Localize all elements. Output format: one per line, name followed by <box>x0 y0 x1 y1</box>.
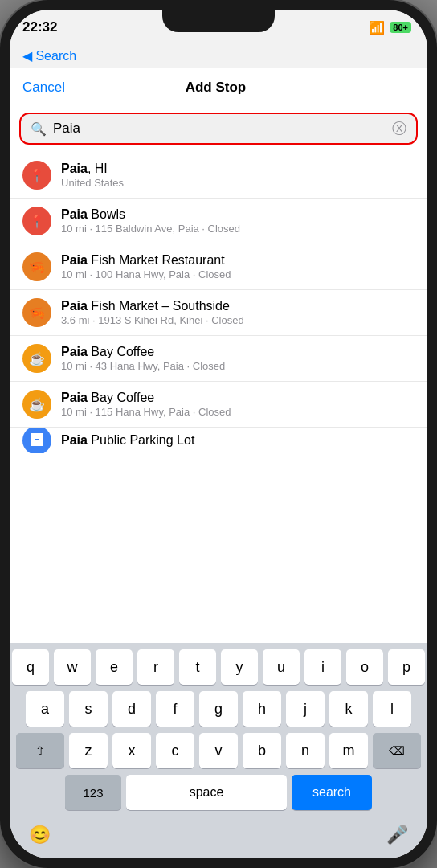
key-c[interactable]: c <box>156 733 194 768</box>
phone-frame: 22:32 📶 80+ ◀ Search Cancel Add Stop 🔍 P… <box>0 0 437 868</box>
wifi-icon: 📶 <box>369 20 385 35</box>
list-item[interactable]: ☕Paia Bay Coffee10 mi · 43 Hana Hwy, Pai… <box>10 336 427 382</box>
result-icon: 🦐 <box>22 252 51 281</box>
result-detail: 10 mi · 115 Baldwin Ave, Paia · Closed <box>61 223 415 235</box>
key-x[interactable]: x <box>112 733 151 768</box>
key-s[interactable]: s <box>69 691 108 727</box>
result-name: Paia Public Parking Lot <box>61 433 194 447</box>
clear-button[interactable]: ⓧ <box>392 121 406 136</box>
cancel-button[interactable]: Cancel <box>22 80 65 96</box>
result-name: Paia Bay Coffee <box>61 345 415 359</box>
search-bar[interactable]: 🔍 Paia ⓧ <box>19 113 418 145</box>
key-v[interactable]: v <box>199 733 238 768</box>
back-button[interactable]: ◀ Search <box>22 48 76 63</box>
result-icon: ☕ <box>22 390 51 419</box>
result-name: Paia Bay Coffee <box>61 391 415 405</box>
key-g[interactable]: g <box>199 691 238 727</box>
back-nav: ◀ Search <box>10 45 427 68</box>
result-name: Paia Fish Market Restaurant <box>61 253 415 268</box>
keyboard-bottom-row: 123spacesearch <box>12 775 425 810</box>
emoji-button[interactable]: 😊 <box>29 825 51 845</box>
list-item[interactable]: ☕Paia Bay Coffee10 mi · 115 Hana Hwy, Pa… <box>10 382 427 428</box>
result-detail: 10 mi · 43 Hana Hwy, Paia · Closed <box>61 360 415 372</box>
battery-badge: 80+ <box>390 22 411 33</box>
key-m[interactable]: m <box>329 733 368 768</box>
keyboard-row-1: asdfghjkl <box>12 691 425 727</box>
keyboard-row-0: qwertyuiop <box>12 649 425 685</box>
result-name: Paia Fish Market – Southside <box>61 299 415 313</box>
bottom-bar: 😊 🎤 <box>10 820 427 858</box>
result-icon: 📍 <box>22 207 51 235</box>
search-input[interactable]: Paia <box>53 121 386 137</box>
result-detail: 3.6 mi · 1913 S Kihei Rd, Kihei · Closed <box>61 314 415 326</box>
microphone-button[interactable]: 🎤 <box>386 825 408 845</box>
key-u[interactable]: u <box>263 649 300 685</box>
result-text: Paia Fish Market – Southside3.6 mi · 191… <box>61 299 415 326</box>
key-t[interactable]: t <box>179 649 216 685</box>
result-text: Paia Fish Market Restaurant10 mi · 100 H… <box>61 253 415 280</box>
key-y[interactable]: y <box>221 649 258 685</box>
key-q[interactable]: q <box>12 649 49 685</box>
modal-header: Cancel Add Stop <box>10 68 427 104</box>
result-icon: 🦐 <box>22 298 51 327</box>
status-bar: 22:32 📶 80+ <box>10 10 427 45</box>
shift-key[interactable]: ⇧ <box>16 733 64 768</box>
key-l[interactable]: l <box>373 691 411 727</box>
numeric-key[interactable]: 123 <box>65 775 121 810</box>
key-j[interactable]: j <box>286 691 325 727</box>
result-text: Paia Bowls10 mi · 115 Baldwin Ave, Paia … <box>61 207 415 235</box>
result-text: Paia Bay Coffee10 mi · 115 Hana Hwy, Pai… <box>61 391 415 418</box>
result-detail: 10 mi · 100 Hana Hwy, Paia · Closed <box>61 268 415 280</box>
keyboard-row-2: ⇧zxcvbnm⌫ <box>12 733 425 768</box>
list-item[interactable]: 🦐Paia Fish Market – Southside3.6 mi · 19… <box>10 290 427 336</box>
notch <box>162 10 275 32</box>
key-z[interactable]: z <box>69 733 108 768</box>
result-text: Paia Bay Coffee10 mi · 43 Hana Hwy, Paia… <box>61 345 415 372</box>
search-key[interactable]: search <box>292 775 372 810</box>
key-h[interactable]: h <box>243 691 281 727</box>
modal-title: Add Stop <box>186 80 247 96</box>
key-r[interactable]: r <box>137 649 174 685</box>
key-o[interactable]: o <box>346 649 383 685</box>
result-name: Paia Bowls <box>61 207 415 222</box>
key-n[interactable]: n <box>286 733 325 768</box>
result-detail: 10 mi · 115 Hana Hwy, Paia · Closed <box>61 406 415 418</box>
key-p[interactable]: p <box>388 649 425 685</box>
search-icon: 🔍 <box>31 121 47 137</box>
key-i[interactable]: i <box>304 649 341 685</box>
phone-screen: 22:32 📶 80+ ◀ Search Cancel Add Stop 🔍 P… <box>10 10 427 858</box>
status-icons: 📶 80+ <box>369 20 411 35</box>
result-icon: 📍 <box>22 161 51 190</box>
list-item[interactable]: 📍Paia, HIUnited States <box>10 153 427 199</box>
results-list: 📍Paia, HIUnited States📍Paia Bowls10 mi ·… <box>10 153 427 643</box>
key-w[interactable]: w <box>54 649 91 685</box>
result-detail: United States <box>61 177 415 189</box>
keyboard: qwertyuiopasdfghjkl⇧zxcvbnm⌫123spacesear… <box>10 643 427 820</box>
result-text: Paia Public Parking Lot <box>61 433 415 448</box>
result-icon: 🅿 <box>22 428 51 453</box>
space-key[interactable]: space <box>126 775 287 810</box>
search-bar-container: 🔍 Paia ⓧ <box>10 104 427 153</box>
backspace-key[interactable]: ⌫ <box>373 733 421 768</box>
list-item[interactable]: 📍Paia Bowls10 mi · 115 Baldwin Ave, Paia… <box>10 199 427 244</box>
key-d[interactable]: d <box>112 691 151 727</box>
result-name: Paia, HI <box>61 162 415 176</box>
key-e[interactable]: e <box>96 649 133 685</box>
key-b[interactable]: b <box>243 733 281 768</box>
list-item[interactable]: 🦐Paia Fish Market Restaurant10 mi · 100 … <box>10 244 427 290</box>
key-a[interactable]: a <box>26 691 64 727</box>
status-time: 22:32 <box>22 19 57 35</box>
key-f[interactable]: f <box>156 691 194 727</box>
result-icon: ☕ <box>22 344 51 373</box>
result-text: Paia, HIUnited States <box>61 162 415 189</box>
key-k[interactable]: k <box>329 691 368 727</box>
list-item[interactable]: 🅿Paia Public Parking Lot <box>10 428 427 453</box>
